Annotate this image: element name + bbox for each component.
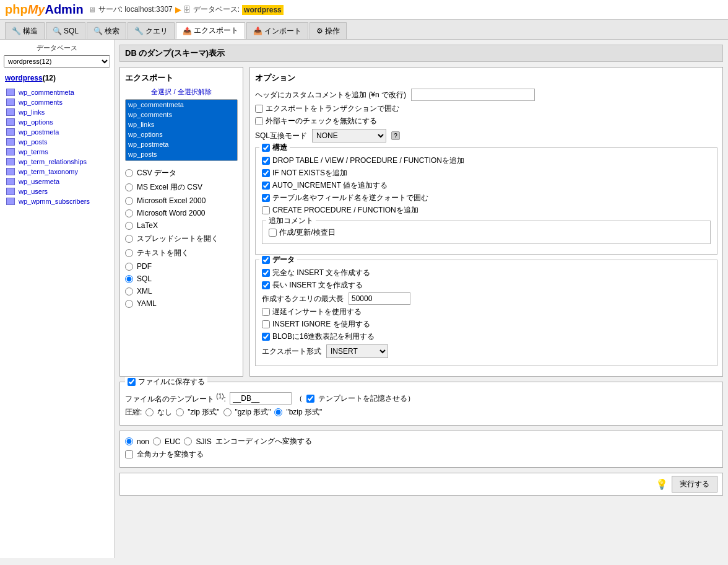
format-label-xml[interactable]: XML [137,287,152,296]
created-date-label[interactable]: 作成/更新/検査日 [279,227,336,238]
encoding-non-label[interactable]: non [137,437,149,446]
sidebar-item-options[interactable]: wp_options [4,117,110,127]
insert-ignore-label[interactable]: INSERT IGNORE を使用する [272,319,370,330]
auto-increment-checkbox[interactable] [262,182,270,190]
format-label-sql[interactable]: SQL [137,274,152,283]
long-insert-checkbox[interactable] [262,281,270,289]
file-save-checkbox[interactable] [128,378,136,386]
sidebar-item-links[interactable]: wp_links [4,107,110,117]
format-radio-sql[interactable] [125,275,133,283]
blob-hex-checkbox[interactable] [262,333,270,341]
format-radio-csv-excel[interactable] [125,183,133,191]
table-list[interactable]: wp_commentmeta wp_comments wp_links wp_o… [125,99,238,161]
insert-ignore-checkbox[interactable] [262,320,270,328]
tab-sql[interactable]: 🔍 SQL [46,22,85,39]
delayed-insert-label[interactable]: 遅延インサートを使用する [272,307,362,317]
transaction-label[interactable]: エクスポートをトランザクションで囲む [266,103,399,114]
format-label-yaml[interactable]: YAML [137,299,157,308]
execute-button[interactable]: 実行する [672,476,717,493]
drop-table-label[interactable]: DROP TABLE / VIEW / PROCEDURE / FUNCTION… [272,155,464,166]
custom-comment-input[interactable] [411,89,535,101]
format-label-spreadsheet[interactable]: スプレッドシートを開く [137,234,219,244]
if-not-exists-checkbox[interactable] [262,169,270,177]
encoding-euc-radio[interactable] [153,437,161,445]
data-checkbox[interactable] [262,256,270,264]
compress-none-radio[interactable] [145,408,154,416]
format-label-csv-excel[interactable]: MS Excel 用の CSV [137,182,202,193]
format-radio-xml[interactable] [125,287,133,296]
backtick-label[interactable]: テーブル名やフィールド名を逆クォートで囲む [272,193,428,203]
if-not-exists-label[interactable]: IF NOT EXISTSを追加 [272,168,347,178]
compress-none-label[interactable]: なし [157,407,172,418]
format-radio-text[interactable] [125,249,133,257]
format-label-pdf[interactable]: PDF [137,262,152,271]
sidebar-item-commentmeta[interactable]: wp_commentmeta [4,87,110,97]
compress-zip-label[interactable]: "zip 形式" [188,407,219,418]
format-label-excel2000[interactable]: Microsoft Excel 2000 [137,196,206,205]
sidebar-item-relationships[interactable]: wp_term_relationships [4,157,110,167]
format-radio-latex[interactable] [125,222,133,230]
format-radio-spreadsheet[interactable] [125,235,133,243]
tab-query[interactable]: 🔧 クエリ [128,22,175,39]
long-insert-label[interactable]: 長い INSERT 文を作成する [272,280,363,291]
sql-mode-help-icon[interactable]: ? [391,131,400,140]
foreign-key-checkbox[interactable] [255,117,263,125]
compress-bzip-radio[interactable] [274,408,282,416]
fullwidth-label[interactable]: 全角カナを変換する [137,449,204,460]
sidebar-item-taxonomy[interactable]: wp_term_taxonomy [4,167,110,177]
complete-insert-label[interactable]: 完全な INSERT 文を作成する [272,268,370,278]
compress-gzip-radio[interactable] [223,408,232,416]
structure-legend-label[interactable]: 構造 [272,142,287,153]
blob-hex-label[interactable]: BLOBに16進数表記を利用する [272,331,375,342]
data-legend-label[interactable]: データ [272,255,295,265]
complete-insert-checkbox[interactable] [262,269,270,277]
backtick-checkbox[interactable] [262,194,270,202]
sql-mode-select[interactable]: NONE ANSI DB2 MAXDB [312,129,386,142]
compress-bzip-label[interactable]: "bzip 形式" [286,407,322,418]
fullwidth-checkbox[interactable] [125,450,133,458]
foreign-key-label[interactable]: 外部キーのチェックを無効にする [266,116,377,126]
tab-search[interactable]: 🔍 検索 [87,22,126,39]
sidebar-item-users[interactable]: wp_users [4,186,110,196]
compress-gzip-label[interactable]: "gzip 形式" [235,407,271,418]
create-procedure-label[interactable]: CREATE PROCEDURE / FUNCTIONを追加 [272,205,418,216]
format-radio-word2000[interactable] [125,209,133,217]
sidebar-item-usermeta[interactable]: wp_usermeta [4,177,110,186]
format-label-text[interactable]: テキストを開く [137,248,189,258]
format-radio-excel2000[interactable] [125,197,133,205]
drop-table-checkbox[interactable] [262,157,270,165]
format-radio-csv[interactable] [125,169,133,177]
encoding-non-radio[interactable] [125,437,133,445]
max-query-input[interactable] [349,292,410,305]
file-template-input[interactable] [230,392,292,405]
transaction-checkbox[interactable] [255,105,263,113]
remember-template-checkbox[interactable] [306,395,314,403]
structure-checkbox[interactable] [262,144,270,152]
tab-import[interactable]: 📥 インポート [246,22,308,39]
auto-increment-label[interactable]: AUTO_INCREMENT 値を追加する [272,180,388,191]
sidebar-item-wpmm[interactable]: wp_wpmm_subscribers [4,196,110,206]
select-all-link[interactable]: 全選択 / 全選択解除 [125,87,238,97]
delayed-insert-checkbox[interactable] [262,308,270,316]
file-save-legend-label[interactable]: ファイルに保存する [138,377,205,387]
db-select[interactable]: wordpress(12) [4,55,110,68]
format-radio-yaml[interactable] [125,300,133,308]
tab-export[interactable]: 📤 エクスポート [176,22,245,39]
format-label-word2000[interactable]: Microsoft Word 2000 [137,209,206,217]
tab-operations[interactable]: ⚙ 操作 [310,22,347,39]
compress-zip-radio[interactable] [176,408,184,416]
export-format-select[interactable]: INSERT UPDATE REPLACE [326,344,388,358]
tab-structure[interactable]: 🔧 構造 [5,22,45,39]
sidebar-item-postmeta[interactable]: wp_postmeta [4,127,110,137]
format-radio-pdf[interactable] [125,263,133,271]
create-procedure-checkbox[interactable] [262,206,270,214]
remember-template-label[interactable]: テンプレートを記憶させる） [318,393,415,404]
sidebar-item-comments[interactable]: wp_comments [4,97,110,107]
encoding-sjis-label[interactable]: SJIS [196,437,211,446]
format-label-latex[interactable]: LaTeX [137,221,158,230]
format-label-csv[interactable]: CSV データ [137,168,176,178]
encoding-euc-label[interactable]: EUC [165,437,180,446]
encoding-sjis-radio[interactable] [184,437,192,445]
created-date-checkbox[interactable] [269,229,277,237]
sidebar-item-terms[interactable]: wp_terms [4,147,110,157]
